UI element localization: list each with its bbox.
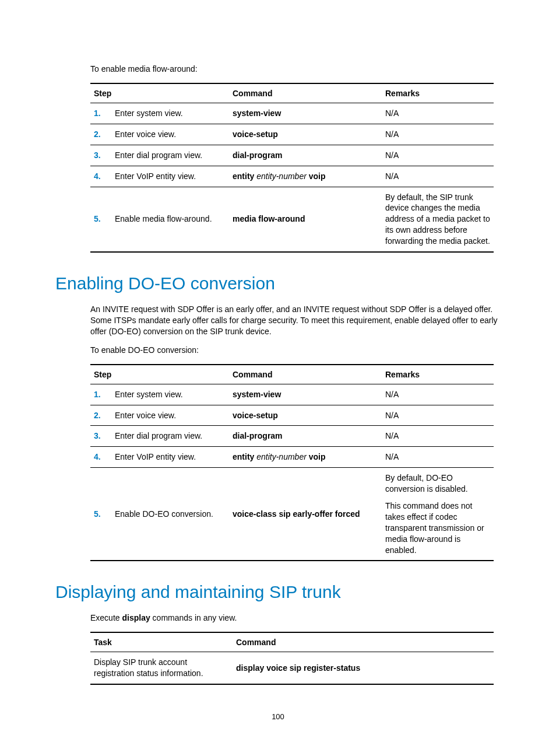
- intro-text-do-eo: To enable DO-EO conversion:: [90, 345, 501, 355]
- cmd-bold: dial-program: [233, 150, 283, 160]
- table-row: Display SIP trunk account registration s…: [90, 652, 494, 684]
- remarks-text: N/A: [382, 103, 494, 124]
- step-text: Enter dial program view.: [111, 145, 229, 166]
- command-text: voice-setup: [229, 124, 382, 145]
- cmd-bold: dial-program: [233, 431, 283, 440]
- remarks-text: By default, DO-EO conversion is disabled…: [382, 468, 494, 561]
- step-number: 3.: [90, 426, 111, 447]
- step-text: Enter system view.: [111, 103, 229, 124]
- col-header-command: Command: [233, 632, 494, 652]
- step-number: 2.: [90, 124, 111, 145]
- remarks-text: By default, the SIP trunk device changes…: [382, 187, 494, 252]
- step-text: Enable DO-EO conversion.: [111, 468, 229, 561]
- cmd-bold: display voice sip register-status: [236, 663, 360, 673]
- step-text: Enter voice view.: [111, 405, 229, 426]
- page-number: 100: [0, 712, 556, 721]
- col-header-remarks: Remarks: [382, 83, 494, 103]
- command-text: dial-program: [229, 426, 382, 447]
- cmd-bold: voice-setup: [233, 411, 278, 420]
- cmd-italic: entity-number: [254, 452, 308, 461]
- col-header-task: Task: [90, 632, 233, 652]
- table-do-eo-conversion: Step Command Remarks 1. Enter system vie…: [90, 364, 494, 562]
- remarks-text: N/A: [382, 145, 494, 166]
- table-row: 5. Enable media flow-around. media flow-…: [90, 187, 494, 252]
- table-row: 4. Enter VoIP entity view. entity entity…: [90, 166, 494, 187]
- cmd-bold: entity: [233, 452, 254, 461]
- step-text: Enter dial program view.: [111, 426, 229, 447]
- step-text: Enter VoIP entity view.: [111, 447, 229, 468]
- col-header-command: Command: [229, 365, 382, 384]
- step-number: 5.: [90, 187, 111, 252]
- step-number: 5.: [90, 468, 111, 561]
- command-text: display voice sip register-status: [233, 652, 494, 684]
- text-bold-display: display: [122, 613, 150, 622]
- command-text: system-view: [229, 384, 382, 405]
- intro-text-media-flow: To enable media flow-around:: [90, 64, 501, 74]
- table-row: 3. Enter dial program view. dial-program…: [90, 145, 494, 166]
- cmd-bold: voip: [309, 452, 326, 461]
- cmd-bold: media flow-around: [233, 214, 305, 223]
- command-text: voice-class sip early-offer forced: [229, 468, 382, 561]
- table-row: 2. Enter voice view. voice-setup N/A: [90, 124, 494, 145]
- remarks-text: N/A: [382, 166, 494, 187]
- remarks-text: N/A: [382, 405, 494, 426]
- step-number: 4.: [90, 447, 111, 468]
- command-text: dial-program: [229, 145, 382, 166]
- col-header-remarks: Remarks: [382, 365, 494, 384]
- cmd-bold: system-view: [233, 108, 281, 118]
- cmd-bold: voice-class sip early-offer forced: [233, 509, 360, 519]
- table-media-flow-around: Step Command Remarks 1. Enter system vie…: [90, 83, 494, 253]
- step-text: Enable media flow-around.: [111, 187, 229, 252]
- col-header-step: Step: [90, 83, 229, 103]
- step-number: 2.: [90, 405, 111, 426]
- table-row: 5. Enable DO-EO conversion. voice-class …: [90, 468, 494, 561]
- table-row: 1. Enter system view. system-view N/A: [90, 384, 494, 405]
- cmd-bold: entity: [233, 172, 254, 181]
- text-pre: Execute: [90, 613, 122, 622]
- command-text: voice-setup: [229, 405, 382, 426]
- document-page: To enable media flow-around: Step Comman…: [0, 0, 556, 756]
- table-row: 2. Enter voice view. voice-setup N/A: [90, 405, 494, 426]
- col-header-step: Step: [90, 365, 229, 384]
- paragraph-do-eo-desc: An INVITE request with SDP Offer is an e…: [90, 304, 501, 337]
- remarks-text: N/A: [382, 384, 494, 405]
- table-row: 1. Enter system view. system-view N/A: [90, 103, 494, 124]
- cmd-bold: voice-setup: [233, 130, 278, 139]
- remarks-text: N/A: [382, 426, 494, 447]
- remarks-text: N/A: [382, 447, 494, 468]
- remarks-para-2: This command does not takes effect if co…: [385, 501, 490, 555]
- step-text: Enter VoIP entity view.: [111, 166, 229, 187]
- remarks-text: N/A: [382, 124, 494, 145]
- text-post: commands in any view.: [150, 613, 237, 622]
- remarks-para-1: By default, DO-EO conversion is disabled…: [385, 473, 490, 495]
- step-text: Enter voice view.: [111, 124, 229, 145]
- step-number: 1.: [90, 103, 111, 124]
- step-number: 1.: [90, 384, 111, 405]
- table-row: 4. Enter VoIP entity view. entity entity…: [90, 447, 494, 468]
- step-number: 3.: [90, 145, 111, 166]
- heading-displaying-maintaining: Displaying and maintaining SIP trunk: [55, 582, 501, 602]
- paragraph-display-intro: Execute display commands in any view.: [90, 612, 501, 624]
- command-text: entity entity-number voip: [229, 166, 382, 187]
- command-text: media flow-around: [229, 187, 382, 252]
- table-display-commands: Task Command Display SIP trunk account r…: [90, 632, 494, 685]
- task-text: Display SIP trunk account registration s…: [90, 652, 233, 684]
- command-text: entity entity-number voip: [229, 447, 382, 468]
- cmd-bold: system-view: [233, 390, 281, 399]
- cmd-bold: voip: [309, 172, 326, 181]
- cmd-italic: entity-number: [254, 172, 308, 181]
- step-text: Enter system view.: [111, 384, 229, 405]
- command-text: system-view: [229, 103, 382, 124]
- step-number: 4.: [90, 166, 111, 187]
- table-row: 3. Enter dial program view. dial-program…: [90, 426, 494, 447]
- heading-enabling-do-eo: Enabling DO-EO conversion: [55, 274, 501, 293]
- col-header-command: Command: [229, 83, 382, 103]
